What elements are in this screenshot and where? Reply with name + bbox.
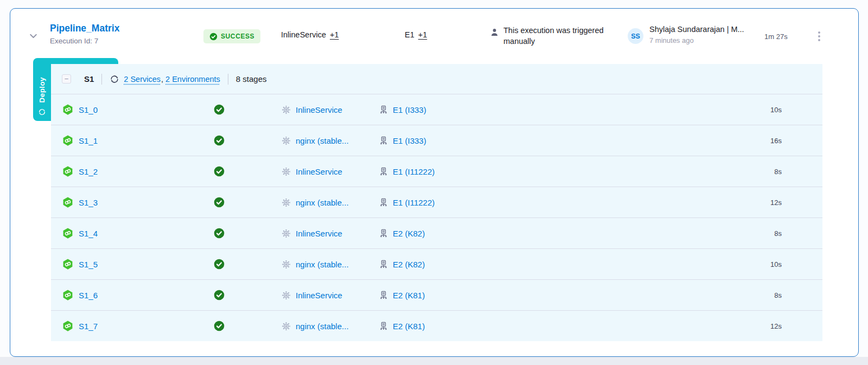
user-name: Shylaja Sundararajan | M... (649, 25, 744, 34)
deploy-tab-label: Deploy (38, 77, 46, 103)
service-gear-icon (282, 198, 291, 207)
service-link[interactable]: InlineService (296, 105, 342, 114)
chevron-down-icon[interactable] (27, 30, 40, 43)
environments-count-link[interactable]: 2 Environments (165, 75, 220, 84)
stage-name-link[interactable]: S1_0 (79, 105, 98, 114)
page-background-strip (0, 357, 868, 365)
environment-infra-icon (379, 136, 388, 145)
user-block: Shylaja Sundararajan | M... 7 minutes ag… (649, 25, 744, 44)
stage-duration: 16s (770, 125, 782, 156)
stage-duration: 10s (770, 249, 782, 279)
comma: , (161, 75, 163, 84)
service-gear-icon (282, 105, 291, 114)
environments-summary: E1 +1 (405, 30, 427, 39)
pipeline-title-block: Pipeline_Matrix Execution Id: 7 (50, 23, 119, 45)
execution-card: Pipeline_Matrix Execution Id: 7 SUCCESS … (10, 8, 859, 357)
stage-row[interactable]: S1_5 nginx (st (51, 248, 822, 279)
service-gear-icon (282, 167, 291, 176)
environment-infra-icon (379, 260, 388, 268)
environment-link[interactable]: E1 (I333) (393, 105, 426, 114)
stage-matrix-icon (62, 196, 74, 208)
stage-success-icon (214, 290, 225, 300)
stage-name-link[interactable]: S1_1 (79, 136, 98, 145)
environments-more-link[interactable]: +1 (418, 30, 427, 39)
stage-count: 8 stages (236, 74, 267, 84)
stage-row[interactable]: S1_6 InlineSer (51, 279, 822, 310)
trigger-info: This execution was triggered manually (490, 25, 629, 47)
environment-infra-icon (379, 229, 388, 238)
trigger-time: 7 minutes ago (649, 36, 744, 44)
stage-duration: 12s (770, 311, 782, 341)
service-link[interactable]: nginx (stable... (296, 260, 349, 269)
stage-name-link[interactable]: S1_2 (79, 167, 98, 176)
stage-matrix-icon (62, 104, 74, 116)
execution-id: Execution Id: 7 (50, 37, 119, 45)
stage-name-link[interactable]: S1_7 (79, 322, 98, 331)
deploy-loop-icon (38, 108, 46, 116)
service-link[interactable]: InlineService (296, 229, 342, 238)
divider (101, 74, 102, 85)
environment-link[interactable]: E2 (K81) (393, 291, 425, 300)
environment-link[interactable]: E2 (K82) (393, 229, 425, 238)
environment-link[interactable]: E2 (K81) (393, 322, 425, 331)
collapse-minus-button[interactable]: − (62, 74, 71, 84)
user-silhouette-icon (490, 28, 499, 37)
stage-matrix-icon (62, 227, 74, 239)
stage-success-icon (214, 228, 225, 239)
environment-infra-icon (379, 105, 388, 114)
stage-row[interactable]: S1_2 InlineSer (51, 156, 822, 187)
service-gear-icon (282, 136, 291, 145)
service-gear-icon (282, 229, 291, 238)
divider (228, 74, 228, 85)
stage-name-link[interactable]: S1_5 (79, 260, 98, 269)
environment-link[interactable]: E1 (I11222) (393, 167, 435, 176)
service-link[interactable]: nginx (stable... (296, 136, 349, 145)
stage-success-icon (214, 135, 225, 146)
environment-link[interactable]: E2 (K82) (393, 260, 425, 269)
stage-row[interactable]: S1_3 nginx (st (51, 187, 822, 217)
service-link[interactable]: nginx (stable... (296, 198, 349, 207)
services-summary-name: InlineService (281, 30, 326, 39)
stage-row[interactable]: S1_7 nginx (st (51, 310, 822, 341)
service-link[interactable]: InlineService (296, 167, 342, 176)
stage-row[interactable]: S1_1 nginx (st (51, 125, 822, 156)
stage-success-icon (214, 321, 225, 331)
avatar: SS (628, 28, 643, 44)
service-gear-icon (282, 291, 291, 300)
pipeline-title-link[interactable]: Pipeline_Matrix (50, 23, 119, 34)
status-label: SUCCESS (221, 33, 254, 40)
stage-duration: 8s (774, 218, 782, 248)
matrix-group-header: − S1 2 Services , 2 Environments 8 stage… (51, 64, 822, 94)
matrix-stages-panel: − S1 2 Services , 2 Environments 8 stage… (51, 64, 822, 341)
stage-row[interactable]: S1_4 InlineSer (51, 217, 822, 248)
stage-matrix-icon (62, 165, 74, 177)
stage-row[interactable]: S1_0 InlineSer (51, 94, 822, 125)
service-gear-icon (282, 322, 291, 331)
stage-name-link[interactable]: S1_3 (79, 198, 98, 207)
services-summary: InlineService +1 (281, 30, 339, 39)
stage-success-icon (214, 259, 225, 270)
services-count-link[interactable]: 2 Services (124, 75, 161, 84)
services-more-link[interactable]: +1 (330, 30, 339, 39)
service-link[interactable]: InlineService (296, 291, 342, 300)
stage-success-icon (214, 104, 225, 115)
stage-name-link[interactable]: S1_4 (79, 229, 98, 238)
environments-summary-name: E1 (405, 30, 414, 39)
environment-infra-icon (379, 291, 388, 299)
service-link[interactable]: nginx (stable... (296, 322, 349, 331)
stage-matrix-icon (62, 320, 74, 332)
status-badge: SUCCESS (203, 29, 260, 43)
service-gear-icon (282, 260, 291, 269)
stage-rows: S1_0 InlineSer (51, 94, 822, 341)
stage-success-icon (214, 166, 225, 177)
environment-link[interactable]: E1 (I333) (393, 136, 426, 145)
stage-name-link[interactable]: S1_6 (79, 291, 98, 300)
avatar-initials: SS (631, 33, 640, 40)
more-menu-icon[interactable] (813, 29, 825, 43)
environment-infra-icon (379, 322, 388, 330)
trigger-text: This execution was triggered manually (503, 25, 629, 47)
matrix-group-name: S1 (84, 74, 94, 84)
stage-duration: 8s (774, 156, 782, 187)
execution-duration: 1m 27s (764, 33, 788, 41)
environment-link[interactable]: E1 (I11222) (393, 198, 435, 207)
